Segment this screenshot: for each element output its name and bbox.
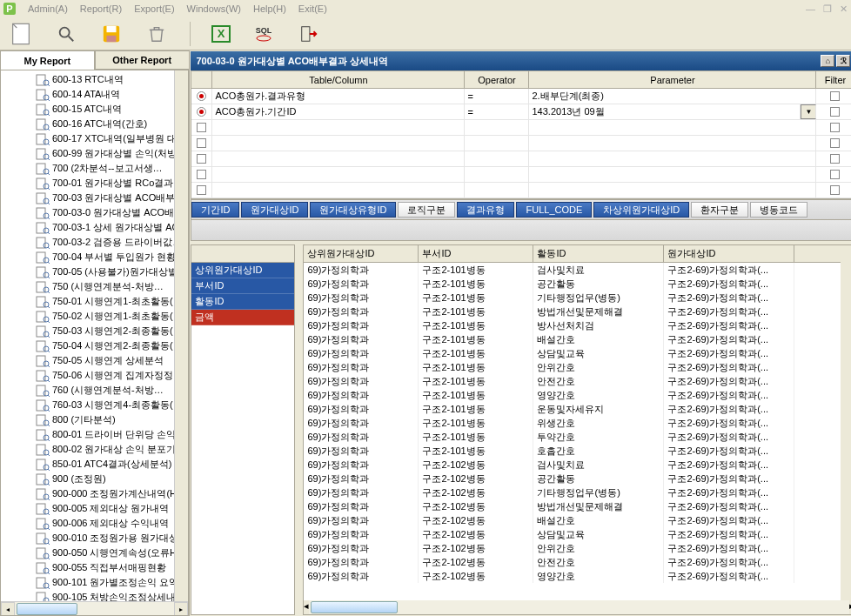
data-row[interactable]: 69)가정의학과구조2-102병동안위간호구조2-69)가정의학과(... (304, 541, 851, 555)
data-row[interactable]: 69)가정의학과구조2-102병동공간활동구조2-69)가정의학과(... (304, 472, 851, 485)
dimension-item[interactable]: 활동ID (191, 294, 294, 310)
data-row[interactable]: 69)가정의학과구조2-101병동영양간호구조2-69)가정의학과(... (304, 388, 851, 402)
tree-item[interactable]: 700-03-0 원가대상별 ACO배… (36, 205, 188, 220)
tree-item[interactable]: 900-005 제외대상 원가내역 (36, 501, 188, 516)
data-row[interactable]: 69)가정의학과구조2-101병동검사및치료구조2-69)가정의학과(... (304, 263, 851, 277)
tree-item[interactable]: 900 (조정원) (36, 472, 188, 486)
filter-checkbox[interactable] (197, 170, 206, 179)
filter-operator[interactable]: = (465, 104, 529, 119)
filter-param[interactable]: 2.배부단계(최종) (529, 89, 816, 104)
tree-item[interactable]: 700-04 부서별 투입원가 현황… (36, 250, 188, 264)
tree-item[interactable]: 700 (2차분석--보고서생… (36, 161, 188, 176)
tree-item[interactable]: 600-13 RTC내역 (36, 72, 188, 87)
tree-item[interactable]: 750-05 시행연계 상세분석 (36, 353, 188, 368)
filter-operator[interactable]: = (465, 89, 529, 104)
column-pill[interactable]: 병동코드 (750, 202, 807, 218)
menu-help[interactable]: Help(H) (253, 3, 286, 14)
filter-checkbox[interactable] (197, 123, 206, 132)
tree-item[interactable]: 700-03-1 상세 원가대상별 AC… (36, 220, 188, 235)
tree-item[interactable]: 750-04 시행연계2-최종활동(… (36, 338, 188, 353)
column-pill[interactable]: 원가대상ID (241, 202, 308, 218)
data-row[interactable]: 69)가정의학과구조2-102병동기타행정업무(병동)구조2-69)가정의학과(… (304, 485, 851, 499)
sql-icon[interactable]: SQL (251, 22, 276, 46)
filter-head-parameter[interactable]: Parameter (529, 71, 816, 89)
panel-pin-icon[interactable]: ⌂ (821, 55, 834, 67)
scroll-left-icon[interactable]: ◂ (1, 602, 15, 616)
tree-item[interactable]: 600-99 원가대상별 손익(처방… (36, 146, 188, 161)
data-row[interactable]: 69)가정의학과구조2-102병동방법개선및문제해결구조2-69)가정의학과(.… (304, 499, 851, 513)
tree-item[interactable]: 750-06 시행연계 집계자정정… (36, 368, 188, 383)
data-row[interactable]: 69)가정의학과구조2-101병동상담및교육구조2-69)가정의학과(... (304, 346, 851, 360)
dimension-item[interactable]: 금액 (191, 310, 294, 325)
column-pill[interactable]: FULL_CODE (516, 202, 592, 218)
tree-item[interactable]: 750 (시행연계분석-처방… (36, 279, 188, 294)
tree-item[interactable]: 900-006 제외대상 수익내역 (36, 516, 188, 531)
filter-head-filter[interactable]: Filter (816, 71, 851, 89)
dimension-item[interactable]: 상위원가대상ID (191, 263, 294, 278)
data-row[interactable]: 69)가정의학과구조2-101병동위생간호구조2-69)가정의학과(... (304, 416, 851, 430)
column-pill[interactable]: 로직구분 (398, 202, 455, 218)
tree-hscroll[interactable]: ◂ ▸ (1, 601, 188, 615)
filter-checkbox[interactable] (830, 185, 840, 195)
column-pill[interactable]: 차상위원가대상ID (593, 202, 689, 218)
report-tree[interactable]: 600-13 RTC내역600-14 ATA내역600-15 ATC내역600-… (0, 70, 189, 616)
data-hscroll[interactable]: ◂ ▸ (304, 600, 851, 614)
filter-checkbox[interactable] (830, 154, 840, 164)
tree-item[interactable]: 800 (기타분석) (36, 412, 188, 427)
filter-checkbox[interactable] (197, 138, 206, 148)
close-icon[interactable]: ✕ (840, 3, 848, 14)
trash-icon[interactable] (144, 22, 169, 46)
tree-item[interactable]: 900-050 시행연계속성(오류H… (36, 546, 188, 560)
data-vscroll[interactable] (841, 245, 851, 600)
menu-export[interactable]: Export(E) (134, 3, 174, 14)
tree-item[interactable]: 800-02 원가대상 손익 분포기… (36, 442, 188, 457)
scroll-right-icon[interactable]: ▸ (174, 602, 188, 616)
filter-radio[interactable] (197, 91, 206, 101)
data-scroll-thumb[interactable] (311, 601, 398, 613)
data-column-header[interactable]: 상위원가대상ID (304, 245, 419, 262)
tree-vscroll[interactable] (174, 70, 188, 601)
filter-row[interactable]: ACO총원가.결과유형=2.배부단계(최종) (191, 89, 851, 104)
data-row[interactable]: 69)가정의학과구조2-102병동안전간호구조2-69)가정의학과(... (304, 555, 851, 569)
data-row[interactable]: 69)가정의학과구조2-101병동투약간호구조2-69)가정의학과(... (304, 430, 851, 444)
filter-row[interactable] (191, 136, 851, 151)
tree-item[interactable]: 850-01 ATC4결과(상세분석) (36, 457, 188, 472)
scroll-thumb[interactable] (17, 603, 77, 615)
tree-item[interactable]: 600-16 ATC내역(간호) (36, 117, 188, 131)
filter-row[interactable]: ACO총원가.기간ID=143.2013년 09월▼ (191, 104, 851, 120)
data-row[interactable]: 69)가정의학과구조2-101병동방법개선및문제해결구조2-69)가정의학과(.… (304, 305, 851, 318)
data-column-header[interactable]: 원가대상ID (664, 245, 794, 262)
tab-other-report[interactable]: Other Report (95, 50, 190, 70)
data-row[interactable]: 69)가정의학과구조2-101병동호흡간호구조2-69)가정의학과(... (304, 444, 851, 458)
restore-icon[interactable]: ❐ (823, 3, 832, 14)
tree-item[interactable]: 600-14 ATA내역 (36, 87, 188, 102)
exit-door-icon[interactable] (297, 22, 321, 46)
filter-head-tablecol[interactable]: Table/Column (212, 71, 465, 89)
filter-checkbox[interactable] (830, 123, 840, 132)
save-icon[interactable] (99, 22, 124, 46)
tree-item[interactable]: 800-01 드라이버 단위당 손익… (36, 427, 188, 442)
filter-checkbox[interactable] (830, 138, 840, 148)
excel-icon[interactable]: X (211, 25, 231, 43)
tree-item[interactable]: 750-02 시행연계1-최초활동(… (36, 309, 188, 324)
groupby-dropzone[interactable] (191, 220, 851, 241)
minimize-icon[interactable]: — (806, 3, 815, 14)
tree-item[interactable]: 750-03 시행연계2-최종활동(… (36, 324, 188, 338)
data-row[interactable]: 69)가정의학과구조2-101병동안위간호구조2-69)가정의학과(... (304, 360, 851, 374)
tool-sheet-icon[interactable] (9, 22, 33, 46)
tree-item[interactable]: 760-03 시행연계4-최종활동(… (36, 398, 188, 412)
data-row[interactable]: 69)가정의학과구조2-101병동운동및자세유지구조2-69)가정의학과(... (304, 402, 851, 416)
filter-radio[interactable] (197, 107, 206, 117)
tree-item[interactable]: 600-17 XTC내역(일부병원 대… (36, 131, 188, 146)
tree-item[interactable]: 900-000 조정원가계산내역(H… (36, 486, 188, 501)
filter-tablecol[interactable]: ACO총원가.기간ID (212, 104, 465, 119)
tree-item[interactable]: 700-05 (사용불가)원가대상별… (36, 264, 188, 279)
data-row[interactable]: 69)가정의학과구조2-102병동영양간호구조2-69)가정의학과(... (304, 569, 851, 583)
tree-item[interactable]: 750-01 시행연계1-최초활동(… (36, 294, 188, 309)
menu-admin[interactable]: Admin(A) (28, 3, 68, 14)
data-row[interactable]: 69)가정의학과구조2-102병동상담및교육구조2-69)가정의학과(... (304, 527, 851, 541)
menu-windows[interactable]: Windows(W) (187, 3, 241, 14)
menu-exit[interactable]: Exit(E) (298, 3, 327, 14)
menu-report[interactable]: Report(R) (80, 3, 122, 14)
tree-item[interactable]: 900-101 원가별조정손익 요약 (36, 575, 188, 590)
